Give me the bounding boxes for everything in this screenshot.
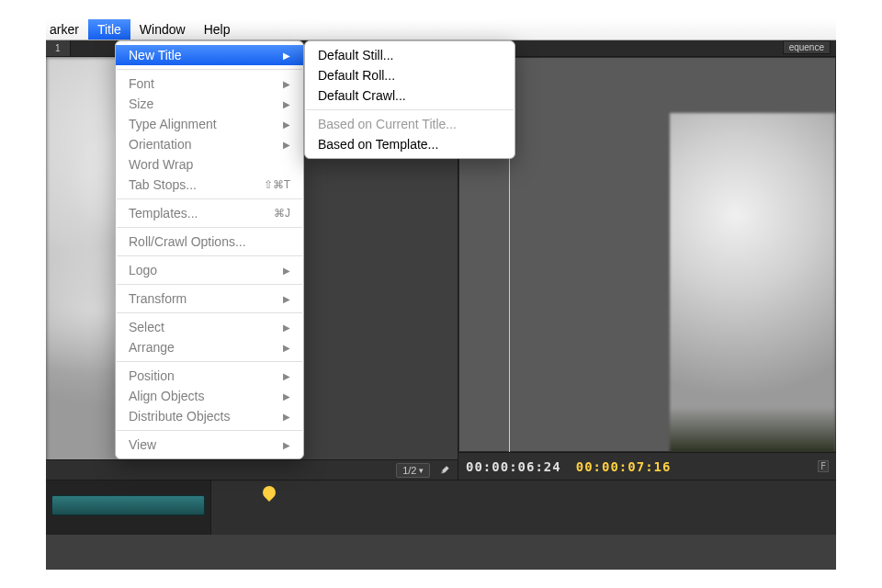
menu-item-label: Word Wrap (129, 157, 193, 172)
menu-item-label: Orientation (129, 137, 191, 152)
menu-item-new-title[interactable]: New Title ▶ (116, 45, 303, 65)
submenu-item-default-roll[interactable]: Default Roll... (305, 65, 514, 85)
submenu-arrow-icon: ▶ (283, 322, 290, 333)
menu-item-font[interactable]: Font ▶ (116, 74, 303, 94)
menu-item-label: Position (129, 368, 175, 383)
submenu-item-based-on-template[interactable]: Based on Template... (305, 134, 514, 154)
menu-item-select[interactable]: Select ▶ (116, 317, 303, 337)
title-menu-dropdown: New Title ▶ Font ▶ Size ▶ Type Alignment… (115, 40, 304, 459)
menu-separator (117, 198, 302, 199)
menu-separator (117, 255, 302, 256)
menu-help[interactable]: Help (195, 19, 240, 40)
timeline-track-header[interactable] (46, 481, 211, 535)
menu-item-label: Based on Current Title... (318, 117, 457, 131)
menu-item-label: New Title (129, 48, 182, 62)
submenu-arrow-icon: ▶ (283, 266, 290, 276)
menu-marker-partial[interactable]: arker (46, 19, 88, 40)
zoom-selector[interactable]: 1/2 ▾ (396, 463, 430, 478)
menu-item-label: Type Alignment (129, 117, 217, 131)
menu-item-logo[interactable]: Logo ▶ (116, 260, 303, 280)
submenu-arrow-icon: ▶ (283, 51, 290, 61)
fx-badge: F (818, 460, 829, 472)
timeline-marker-icon[interactable] (260, 483, 278, 502)
menu-shortcut: ⌘J (274, 207, 290, 220)
program-preview-image (670, 113, 835, 453)
menu-item-label: Transform (129, 291, 187, 306)
submenu-arrow-icon: ▶ (283, 440, 290, 450)
menu-shortcut: ⇧⌘T (264, 178, 290, 191)
timeline-clip[interactable] (51, 495, 205, 515)
submenu-arrow-icon: ▶ (283, 140, 290, 150)
menu-item-label: Distribute Objects (129, 409, 230, 424)
submenu-arrow-icon: ▶ (283, 294, 290, 304)
menu-item-transform[interactable]: Transform ▶ (116, 288, 303, 309)
menu-item-orientation[interactable]: Orientation ▶ (116, 134, 303, 154)
submenu-item-default-crawl[interactable]: Default Crawl... (305, 85, 514, 106)
menu-item-label: Logo (129, 263, 157, 277)
menu-item-arrange[interactable]: Arrange ▶ (116, 337, 303, 357)
menubar: arker Title Window Help (46, 18, 836, 40)
settings-icon[interactable] (437, 464, 450, 477)
menu-item-label: Tab Stops... (129, 177, 197, 192)
menu-item-label: Font (129, 76, 154, 91)
menu-item-size[interactable]: Size ▶ (116, 94, 303, 114)
menu-item-label: Default Roll... (318, 68, 395, 83)
submenu-arrow-icon: ▶ (283, 343, 290, 353)
menu-separator (117, 227, 302, 228)
timecode-bar: 00:00:06:24 00:00:07:16 F (458, 452, 836, 480)
sequence-badge: equence (783, 40, 831, 54)
submenu-arrow-icon: ▶ (283, 371, 290, 381)
menu-item-type-alignment[interactable]: Type Alignment ▶ (116, 114, 303, 134)
submenu-item-based-on-current-title: Based on Current Title... (305, 114, 514, 134)
menu-item-roll-crawl-options[interactable]: Roll/Crawl Options... (116, 232, 303, 252)
current-timecode[interactable]: 00:00:06:24 (466, 459, 561, 474)
menu-item-position[interactable]: Position ▶ (116, 366, 303, 386)
viewer-controls: 1/2 ▾ (46, 459, 458, 480)
menu-item-label: Default Crawl... (318, 88, 406, 103)
menu-item-view[interactable]: View ▶ (116, 435, 303, 455)
menu-item-distribute-objects[interactable]: Distribute Objects ▶ (116, 406, 303, 426)
menu-item-label: View (129, 437, 156, 452)
menu-item-label: Align Objects (129, 389, 204, 403)
panel-tab[interactable]: 1 (46, 40, 71, 56)
menu-title[interactable]: Title (88, 19, 130, 40)
menu-window[interactable]: Window (130, 19, 195, 40)
zoom-label: 1/2 (402, 465, 416, 476)
menu-item-label: Arrange (129, 340, 175, 355)
menu-item-label: Size (129, 96, 153, 111)
menu-item-tab-stops[interactable]: Tab Stops... ⇧⌘T (116, 175, 303, 195)
menu-item-word-wrap[interactable]: Word Wrap (116, 154, 303, 175)
menu-separator (117, 430, 302, 431)
menu-item-label: Roll/Crawl Options... (129, 234, 246, 249)
submenu-arrow-icon: ▶ (283, 412, 290, 422)
menu-separator (117, 312, 302, 313)
menu-separator (117, 69, 302, 70)
chevron-down-icon: ▾ (416, 466, 424, 475)
submenu-arrow-icon: ▶ (283, 99, 290, 109)
submenu-item-default-still[interactable]: Default Still... (305, 45, 514, 65)
in-point-timecode[interactable]: 00:00:07:16 (576, 459, 672, 474)
submenu-arrow-icon: ▶ (283, 79, 290, 89)
menu-item-label: Default Still... (318, 48, 393, 62)
menu-separator (306, 109, 514, 110)
new-title-submenu: Default Still... Default Roll... Default… (304, 40, 515, 159)
menu-separator (117, 284, 302, 285)
menu-item-label: Templates... (129, 206, 198, 220)
menu-item-label: Based on Template... (318, 137, 438, 152)
menu-item-label: Select (129, 320, 164, 334)
submenu-arrow-icon: ▶ (283, 391, 290, 401)
menu-item-templates[interactable]: Templates... ⌘J (116, 203, 303, 223)
app-frame: arker Title Window Help 1 equence 1/2 ▾ (46, 18, 836, 570)
timeline-panel (46, 480, 836, 535)
menu-item-align-objects[interactable]: Align Objects ▶ (116, 386, 303, 406)
timeline-ruler[interactable] (211, 481, 836, 535)
submenu-arrow-icon: ▶ (283, 119, 290, 130)
menu-separator (117, 361, 302, 362)
